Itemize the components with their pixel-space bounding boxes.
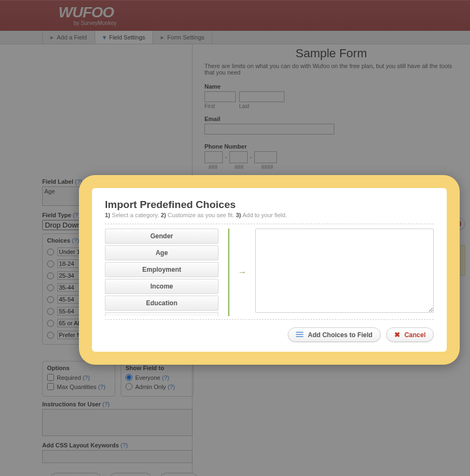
list-icon xyxy=(296,332,303,338)
separator xyxy=(105,319,434,320)
import-choices-modal: Import Predefined Choices 1) Select a ca… xyxy=(79,175,460,365)
category-list[interactable]: Gender Age Employment Income Education D… xyxy=(105,229,229,316)
category-education[interactable]: Education xyxy=(105,296,219,311)
category-days-of-week[interactable]: Days of the Week xyxy=(105,312,219,316)
close-icon: ✖ xyxy=(394,331,400,339)
arrow-icon: → xyxy=(237,229,248,316)
category-employment[interactable]: Employment xyxy=(105,262,219,277)
separator xyxy=(105,224,434,224)
category-income[interactable]: Income xyxy=(105,279,219,294)
modal-title: Import Predefined Choices xyxy=(105,199,434,211)
category-age[interactable]: Age xyxy=(105,245,219,260)
category-gender[interactable]: Gender xyxy=(105,229,219,244)
modal-steps: 1) Select a category. 2) Customize as yo… xyxy=(105,212,434,218)
cancel-button[interactable]: ✖ Cancel xyxy=(386,327,434,342)
add-choices-button[interactable]: Add Choices to Field xyxy=(288,327,380,342)
choices-textarea[interactable] xyxy=(255,229,434,313)
